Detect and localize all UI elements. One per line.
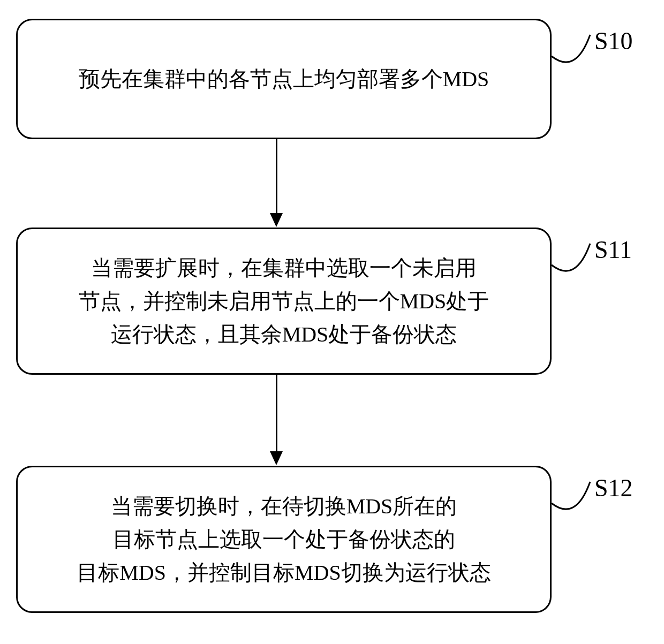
arrow-s11-s12-head	[270, 451, 283, 465]
step-label-s12: S12	[594, 474, 633, 502]
step-label-s11: S11	[594, 236, 632, 264]
arrow-s10-s11-head	[270, 213, 283, 227]
hook-connector-s12	[552, 482, 600, 525]
step-text-s10: 预先在集群中的各节点上均匀部署多个MDS	[79, 63, 489, 96]
step-box-s10: 预先在集群中的各节点上均匀部署多个MDS	[16, 19, 552, 139]
step-text-s11: 当需要扩展时，在集群中选取一个未启用 节点，并控制未启用节点上的一个MDS处于 …	[79, 252, 489, 351]
arrow-s10-s11-line	[276, 139, 277, 214]
step-label-s10: S10	[594, 27, 633, 55]
step-box-s11: 当需要扩展时，在集群中选取一个未启用 节点，并控制未启用节点上的一个MDS处于 …	[16, 228, 552, 375]
hook-connector-s11	[552, 244, 600, 286]
hook-connector-s10	[552, 35, 600, 78]
flowchart-canvas: 预先在集群中的各节点上均匀部署多个MDS S10 当需要扩展时，在集群中选取一个…	[0, 0, 664, 644]
step-box-s12: 当需要切换时，在待切换MDS所在的 目标节点上选取一个处于备份状态的 目标MDS…	[16, 466, 552, 613]
arrow-s11-s12-line	[276, 375, 277, 452]
step-text-s12: 当需要切换时，在待切换MDS所在的 目标节点上选取一个处于备份状态的 目标MDS…	[77, 490, 491, 589]
